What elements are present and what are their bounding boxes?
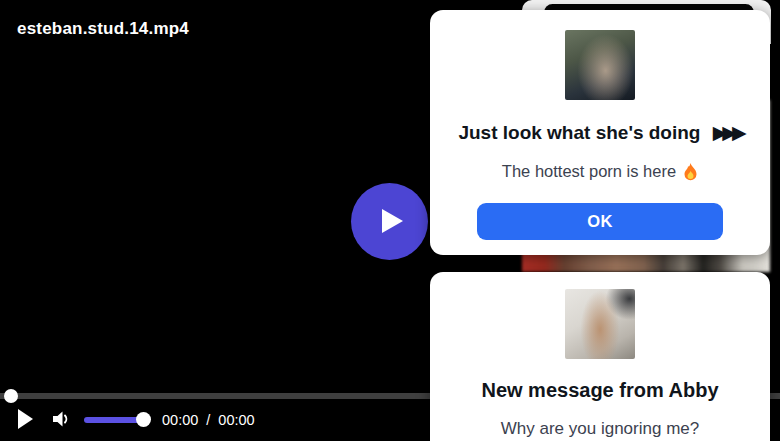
message-heading: New message from Abby <box>430 379 770 402</box>
video-title: esteban.stud.14.mp4 <box>17 19 189 39</box>
popup-message: New message from Abby Why are you ignori… <box>430 272 770 441</box>
video-player-page: esteban.stud.14.mp4 00:00 / 00:00 Just l… <box>0 0 780 441</box>
volume-thumb[interactable] <box>136 412 151 427</box>
message-text-line: Why are you ignoring me? <box>501 419 699 439</box>
fire-icon <box>683 163 698 181</box>
play-button[interactable] <box>18 409 33 429</box>
mute-button[interactable] <box>50 408 72 430</box>
triple-play-arrows: ▶▶▶ <box>713 122 742 143</box>
promo-heading-text: Just look what she's doing <box>458 122 700 143</box>
duration: 00:00 <box>218 412 254 428</box>
promo-subtitle: The hottest porn is here <box>430 162 770 181</box>
promo-subtitle-text: The hottest porn is here <box>502 162 676 181</box>
time-separator: / <box>206 412 210 428</box>
play-icon <box>382 209 403 233</box>
speaker-icon <box>50 408 72 430</box>
message-text: Why are you ignoring me? <box>430 419 770 439</box>
promo-thumbnail[interactable] <box>565 30 635 100</box>
promo-heading: Just look what she's doing ▶▶▶ <box>430 121 770 144</box>
time-display: 00:00 / 00:00 <box>162 412 255 428</box>
ok-button[interactable]: OK <box>477 203 723 240</box>
volume-slider[interactable] <box>84 417 148 423</box>
seek-thumb[interactable] <box>4 389 18 403</box>
current-time: 00:00 <box>162 412 198 428</box>
big-play-button[interactable] <box>351 183 428 260</box>
popup-promo: Just look what she's doing ▶▶▶ The hotte… <box>430 10 770 255</box>
message-thumbnail[interactable] <box>565 289 635 359</box>
